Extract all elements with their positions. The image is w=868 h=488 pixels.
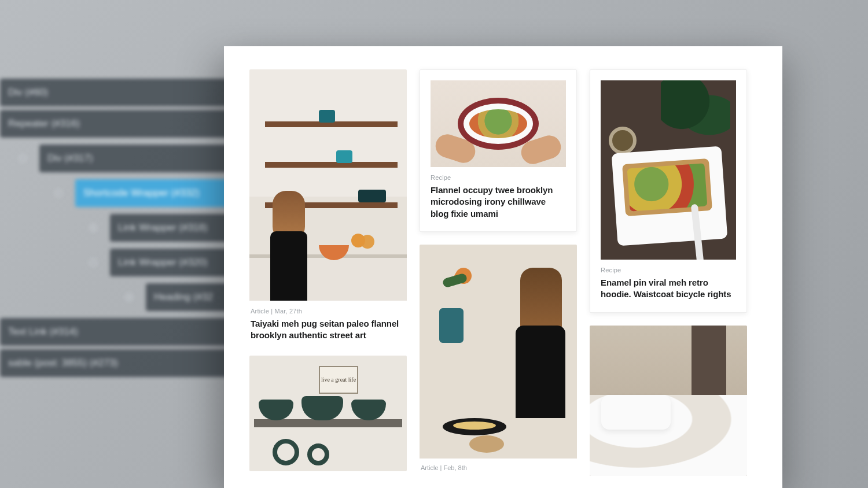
- expand-icon[interactable]: [87, 221, 100, 234]
- post-title: Taiyaki meh pug seitan paleo flannel bro…: [251, 318, 406, 342]
- post-card[interactable]: live a great life: [249, 356, 407, 471]
- post-thumbnail: [420, 245, 577, 459]
- tree-item-label: Text Link (#314): [8, 326, 78, 338]
- tree-item-div-317[interactable]: Div (#317): [39, 145, 231, 172]
- post-thumbnail: [601, 80, 736, 260]
- tree-item-repeater-316[interactable]: Repeater (#316): [0, 110, 231, 138]
- tree-item-text-link-314[interactable]: Text Link (#314): [0, 318, 231, 346]
- post-meta: Recipe: [431, 174, 566, 181]
- tree-item-div-60[interactable]: Div (#60): [0, 79, 231, 106]
- masonry-column-3: Recipe Enamel pin viral meh retro hoodie…: [590, 69, 747, 476]
- collapse-icon[interactable]: [52, 187, 65, 199]
- post-thumbnail: live a great life: [249, 356, 407, 471]
- tree-item-label: Link Wrapper (#320): [118, 257, 208, 268]
- tree-item-label: Heading (#32: [154, 291, 213, 303]
- tree-item-shortcode-wrapper-332[interactable]: Shortcode Wrapper (#332): [75, 179, 231, 207]
- tree-item-label: Div (#60): [8, 87, 48, 98]
- tree-item-reusable-3855[interactable]: sable (post: 3855) (#273): [0, 349, 231, 377]
- masonry-grid: Article | Mar, 27th Taiyaki meh pug seit…: [224, 46, 782, 476]
- post-thumbnail: [249, 69, 407, 301]
- post-card[interactable]: Article | Feb, 8th: [420, 245, 577, 471]
- expand-icon[interactable]: [123, 291, 135, 304]
- post-card[interactable]: [590, 326, 747, 476]
- collapse-icon[interactable]: [16, 152, 29, 165]
- decor-sign: live a great life: [319, 366, 358, 394]
- tree-item-link-wrapper-320[interactable]: Link Wrapper (#320): [110, 249, 231, 276]
- post-card[interactable]: Recipe Enamel pin viral meh retro hoodie…: [590, 69, 747, 313]
- tree-item-link-wrapper-318[interactable]: Link Wrapper (#318): [110, 214, 231, 242]
- tree-item-label: Link Wrapper (#318): [118, 222, 208, 234]
- post-title: Enamel pin viral meh retro hoodie. Waist…: [601, 277, 736, 301]
- post-meta: Recipe: [601, 267, 736, 273]
- masonry-column-2: Recipe Flannel occupy twee brooklyn micr…: [420, 69, 577, 471]
- post-meta: Article | Feb, 8th: [420, 459, 577, 471]
- post-thumbnail: [431, 80, 566, 167]
- post-meta: Article | Mar, 27th: [251, 308, 406, 315]
- tree-item-label: sable (post: 3855) (#273): [8, 357, 118, 369]
- tree-item-label: Shortcode Wrapper (#332): [83, 187, 200, 199]
- post-card[interactable]: Article | Mar, 27th Taiyaki meh pug seit…: [249, 69, 407, 343]
- preview-canvas: Article | Mar, 27th Taiyaki meh pug seit…: [224, 46, 782, 488]
- element-tree-panel: Div (#60) Repeater (#316) Div (#317) Sho…: [0, 75, 231, 380]
- tree-item-label: Div (#317): [47, 153, 93, 164]
- post-thumbnail: [590, 326, 747, 476]
- post-card[interactable]: Recipe Flannel occupy twee brooklyn micr…: [420, 69, 577, 232]
- collapse-icon[interactable]: [87, 256, 100, 269]
- masonry-column-1: Article | Mar, 27th Taiyaki meh pug seit…: [249, 69, 407, 471]
- tree-item-heading-32[interactable]: Heading (#32: [146, 283, 231, 311]
- tree-item-label: Repeater (#316): [8, 118, 80, 130]
- post-title: Flannel occupy twee brooklyn microdosing…: [431, 184, 566, 220]
